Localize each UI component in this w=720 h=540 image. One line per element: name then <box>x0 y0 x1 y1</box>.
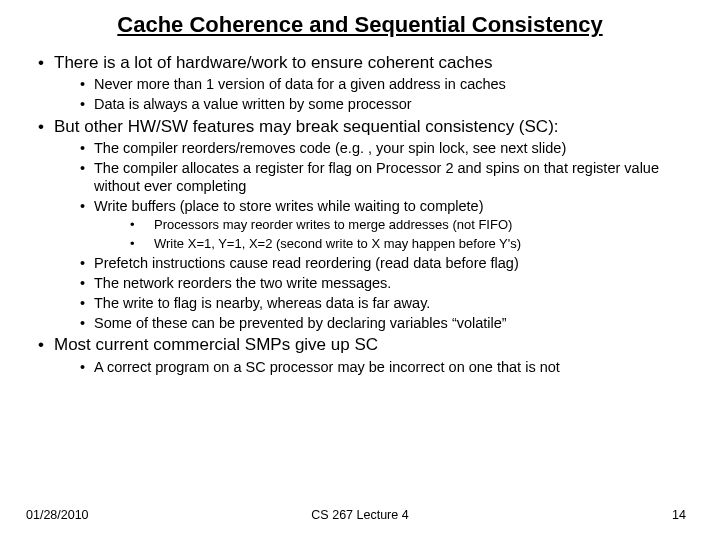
bullet-text: Most current commercial SMPs give up SC <box>54 334 378 355</box>
bullet-text: The write to flag is nearby, whereas dat… <box>94 294 430 312</box>
bullet-lvl2: • Some of these can be prevented by decl… <box>30 314 690 332</box>
bullet-lvl1: • There is a lot of hardware/work to ens… <box>30 52 690 73</box>
bullet-icon: • <box>80 197 94 215</box>
bullet-text: There is a lot of hardware/work to ensur… <box>54 52 492 73</box>
bullet-icon: • <box>80 95 94 113</box>
bullet-lvl2: • Never more than 1 version of data for … <box>30 75 690 93</box>
bullet-icon: • <box>80 139 94 157</box>
bullet-lvl2: • The compiler allocates a register for … <box>30 159 690 195</box>
bullet-text: Processors may reorder writes to merge a… <box>154 217 512 233</box>
slide-footer: 01/28/2010 CS 267 Lecture 4 14 <box>0 508 720 522</box>
bullet-text: Write buffers (place to store writes whi… <box>94 197 484 215</box>
bullet-text: Data is always a value written by some p… <box>94 95 412 113</box>
bullet-icon: • <box>130 236 154 252</box>
bullet-icon: • <box>80 358 94 376</box>
bullet-icon: • <box>38 334 54 355</box>
footer-date: 01/28/2010 <box>26 508 89 522</box>
bullet-lvl2: • Prefetch instructions cause read reord… <box>30 254 690 272</box>
bullet-text: Never more than 1 version of data for a … <box>94 75 506 93</box>
bullet-text: The compiler allocates a register for fl… <box>94 159 690 195</box>
bullet-text: Write X=1, Y=1, X=2 (second write to X m… <box>154 236 521 252</box>
bullet-icon: • <box>80 75 94 93</box>
bullet-lvl2: • Data is always a value written by some… <box>30 95 690 113</box>
bullet-icon: • <box>80 274 94 292</box>
bullet-text: But other HW/SW features may break seque… <box>54 116 559 137</box>
bullet-lvl2: • A correct program on a SC processor ma… <box>30 358 690 376</box>
footer-page-number: 14 <box>672 508 686 522</box>
bullet-icon: • <box>38 52 54 73</box>
bullet-lvl1: • But other HW/SW features may break seq… <box>30 116 690 137</box>
bullet-list: • There is a lot of hardware/work to ens… <box>30 52 690 376</box>
bullet-lvl2: • The compiler reorders/removes code (e.… <box>30 139 690 157</box>
bullet-icon: • <box>80 294 94 312</box>
bullet-text: Prefetch instructions cause read reorder… <box>94 254 519 272</box>
bullet-lvl3: • Processors may reorder writes to merge… <box>30 217 690 233</box>
bullet-icon: • <box>80 314 94 332</box>
footer-center: CS 267 Lecture 4 <box>0 508 720 522</box>
bullet-icon: • <box>38 116 54 137</box>
bullet-lvl2: • Write buffers (place to store writes w… <box>30 197 690 215</box>
bullet-lvl2: • The network reorders the two write mes… <box>30 274 690 292</box>
bullet-lvl1: • Most current commercial SMPs give up S… <box>30 334 690 355</box>
bullet-icon: • <box>80 159 94 195</box>
bullet-text: The network reorders the two write messa… <box>94 274 391 292</box>
bullet-text: A correct program on a SC processor may … <box>94 358 560 376</box>
bullet-text: Some of these can be prevented by declar… <box>94 314 507 332</box>
bullet-icon: • <box>80 254 94 272</box>
bullet-lvl2: • The write to flag is nearby, whereas d… <box>30 294 690 312</box>
slide-title: Cache Coherence and Sequential Consisten… <box>50 12 670 38</box>
bullet-text: The compiler reorders/removes code (e.g.… <box>94 139 566 157</box>
bullet-lvl3: • Write X=1, Y=1, X=2 (second write to X… <box>30 236 690 252</box>
bullet-icon: • <box>130 217 154 233</box>
